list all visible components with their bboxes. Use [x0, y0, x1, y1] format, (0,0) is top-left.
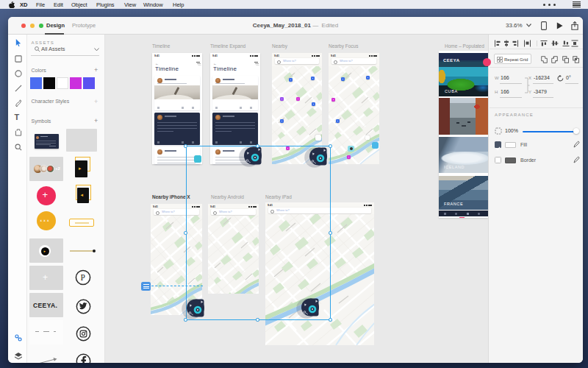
- svg-text:P: P: [81, 273, 85, 282]
